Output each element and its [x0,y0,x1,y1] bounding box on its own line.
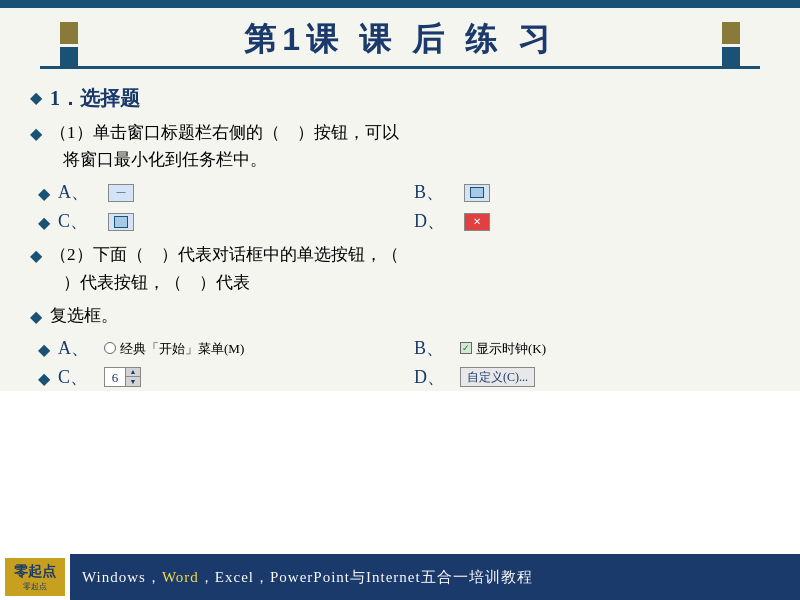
q2-label-a: A、 [58,335,98,362]
radio-option: 经典「开始」菜单(M) [104,339,244,359]
logo-zh: 零起点 [14,563,56,581]
radio-circle-icon [104,342,116,354]
logo-en: 零起点 [14,581,56,592]
q2-answers-row1: ◆ A、 经典「开始」菜单(M) B、 ✓ 显示时钟(K) [38,335,770,362]
bullet-diamond-4: ◆ [38,211,50,235]
page-title: 第1课 课 后 练 习 [0,18,800,62]
q1-answer-d: D、 [414,208,770,235]
q1-answers-row2: ◆ C、 D、 [38,208,770,235]
deco-blue-left [60,47,78,69]
q1-label-d: D、 [414,208,454,235]
spinner-control[interactable]: 6 ▲ ▼ [104,367,141,387]
question-1-text: （1）单击窗口标题栏右侧的（ ）按钮，可以 将窗口最小化到任务栏中。 [50,119,399,173]
close-button-icon [464,213,490,231]
footer-highlight-word: Word [162,569,199,585]
checkbox-icon: ✓ [460,342,472,354]
question-1-item: ◆ （1）单击窗口标题栏右侧的（ ）按钮，可以 将窗口最小化到任务栏中。 [30,119,770,173]
question-2-checkbox-text: 复选框。 [50,302,118,329]
deco-blue-right [722,47,740,69]
bullet-diamond-5: ◆ [30,244,42,268]
q1-label-b: B、 [414,179,454,206]
q1-answers-grid-2: C、 D、 [58,208,770,235]
square-button-icon [108,213,134,231]
logo-inner: 零起点 零起点 [5,558,65,596]
bullet-diamond-8: ◆ [38,367,50,391]
checkbox-label: 显示时钟(K) [476,339,546,359]
logo-text-block: 零起点 零起点 [14,563,56,592]
minimize-button-icon [108,184,134,202]
bullet-diamond-3: ◆ [38,182,50,206]
bullet-diamond-1: ◆ [30,86,42,110]
deco-olive-right [722,22,740,44]
q1-answer-a: A、 [58,179,414,206]
spinner-down-arrow[interactable]: ▼ [126,377,140,386]
q2-label-c: C、 [58,364,98,391]
header: 第1课 课 后 练 习 [0,8,800,75]
radio-label: 经典「开始」菜单(M) [120,339,244,359]
spinner-value: 6 [105,368,125,388]
q2-answer-c: C、 6 ▲ ▼ [58,364,414,391]
custom-button[interactable]: 自定义(C)... [460,367,535,387]
q2-answer-d: D、 自定义(C)... [414,364,770,391]
footer: 零起点 零起点 Windows，Word，Excel，PowerPoint与In… [0,554,800,600]
section-title: 1．选择题 [50,83,140,113]
content-area: ◆ 1．选择题 ◆ （1）单击窗口标题栏右侧的（ ）按钮，可以 将窗口最小化到任… [0,75,800,391]
bullet-diamond-6: ◆ [30,305,42,329]
question-2-text: （2）下面（ ）代表对话框中的单选按钮，（ ）代表按钮，（ ）代表 [50,241,399,295]
q2-answer-a: A、 经典「开始」菜单(M) [58,335,414,362]
checkbox-option: ✓ 显示时钟(K) [460,339,546,359]
q2-answer-b: B、 ✓ 显示时钟(K) [414,335,770,362]
q1-label-c: C、 [58,208,98,235]
footer-text: Windows，Word，Excel，PowerPoint与Internet五合… [70,568,533,587]
q2-answers-row2: ◆ C、 6 ▲ ▼ D、 自定义(C)... [38,364,770,391]
header-deco-left [60,22,78,72]
section-title-item: ◆ 1．选择题 [30,83,770,113]
footer-logo: 零起点 零起点 [0,554,70,600]
q2-answers-grid-1: A、 经典「开始」菜单(M) B、 ✓ 显示时钟(K) [58,335,770,362]
q2-answers-grid-2: C、 6 ▲ ▼ D、 自定义(C)... [58,364,770,391]
bullet-diamond-2: ◆ [30,122,42,146]
q2-label-d: D、 [414,364,454,391]
q2-label-b: B、 [414,335,454,362]
question-2-cont: ◆ 复选框。 [30,302,770,329]
header-deco-right [722,22,740,72]
q1-answer-b: B、 [414,179,770,206]
q1-answer-c: C、 [58,208,414,235]
spinner-arrows[interactable]: ▲ ▼ [125,368,140,386]
restore-button-icon [464,184,490,202]
deco-olive-left [60,22,78,44]
q1-label-a: A、 [58,179,98,206]
q1-answers-grid: A、 B、 [58,179,770,206]
bullet-diamond-7: ◆ [38,338,50,362]
q1-answers-row1: ◆ A、 B、 [38,179,770,206]
top-bar [0,0,800,8]
question-2-item: ◆ （2）下面（ ）代表对话框中的单选按钮，（ ）代表按钮，（ ）代表 [30,241,770,295]
header-underline [40,66,760,69]
